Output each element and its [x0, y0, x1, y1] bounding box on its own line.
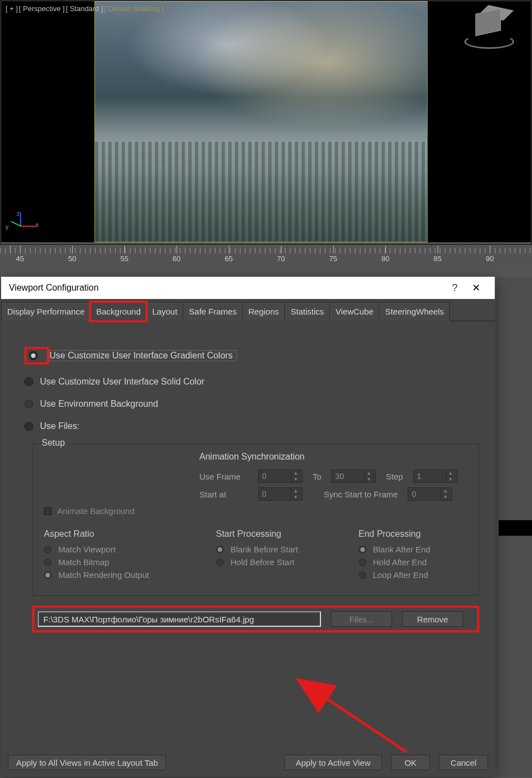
axis-z-label: z: [17, 210, 20, 217]
radio-environment-bg[interactable]: [24, 400, 33, 408]
svg-line-0: [323, 696, 406, 752]
ruler-mark: 70: [277, 255, 285, 263]
ok-button[interactable]: OK: [391, 755, 430, 770]
radio-hold-before[interactable]: [216, 558, 224, 566]
to-input[interactable]: [332, 472, 364, 481]
radio-gradient-colors[interactable]: [29, 351, 38, 360]
use-frame-input[interactable]: [259, 472, 291, 481]
blank-before-label: Blank Before Start: [230, 545, 298, 554]
blank-after-label: Blank After End: [373, 545, 430, 554]
start-at-input[interactable]: [259, 490, 291, 498]
sync-start-spinner[interactable]: ▲▼: [408, 487, 452, 501]
ruler-mark: 75: [329, 255, 337, 263]
radio-hold-after[interactable]: [359, 558, 367, 566]
spinner-down-icon[interactable]: ▼: [446, 476, 455, 482]
apply-all-views-button[interactable]: Apply to All Views in Active Layout Tab: [8, 755, 166, 770]
option-gradient-colors-label: Use Customize User Interface Gradient Co…: [49, 350, 237, 361]
ruler-mark: 50: [68, 255, 76, 263]
sync-start-input[interactable]: [408, 490, 440, 498]
radio-loop-after[interactable]: [359, 571, 367, 579]
step-input[interactable]: [414, 472, 446, 481]
tab-safe-frames[interactable]: Safe Frames: [183, 302, 243, 321]
axis-gizmo: z x y: [4, 212, 38, 240]
radio-solid-color[interactable]: [24, 377, 33, 386]
spinner-down-icon[interactable]: ▼: [441, 494, 449, 500]
match-render-label: Match Rendering Output: [58, 570, 149, 580]
step-label: Step: [386, 472, 403, 481]
step-spinner[interactable]: ▲▼: [413, 470, 458, 483]
spinner-down-icon[interactable]: ▼: [292, 476, 300, 482]
start-at-spinner[interactable]: ▲▼: [258, 487, 303, 501]
match-bitmap-label: Match Bitmap: [58, 557, 109, 567]
setup-group: Setup Animate Background Animation Synch…: [32, 443, 479, 596]
ruler-mark: 85: [434, 255, 441, 263]
sync-start-label: Sync Start to Frame: [324, 490, 398, 499]
option-solid-color-label: Use Customize User Interface Solid Color: [40, 377, 204, 387]
end-processing-title: End Processing: [359, 529, 468, 539]
to-label: To: [313, 472, 322, 481]
tab-steeringwheels[interactable]: SteeringWheels: [379, 302, 450, 321]
viewport-menu-shading[interactable]: [ Default Shading ]: [104, 4, 164, 13]
axis-x-label: x: [36, 221, 39, 228]
viewport-area: [ + ] [ Perspective ] [ Standard ] [ Def…: [0, 0, 532, 245]
use-frame-label: Use Frame: [199, 472, 248, 481]
use-frame-spinner[interactable]: ▲▼: [258, 470, 303, 483]
tab-regions[interactable]: Regions: [242, 302, 285, 321]
aspect-ratio-title: Aspect Ratio: [44, 529, 183, 539]
tab-viewcube[interactable]: ViewCube: [329, 302, 379, 321]
apply-active-view-button[interactable]: Apply to Active View: [284, 755, 383, 770]
spinner-up-icon[interactable]: ▲: [446, 470, 455, 476]
radio-match-bitmap[interactable]: [44, 558, 52, 566]
viewport-configuration-dialog: Viewport Configuration ? ✕ Display Perfo…: [1, 277, 495, 777]
cancel-button[interactable]: Cancel: [439, 755, 488, 770]
radio-match-viewport[interactable]: [44, 546, 52, 553]
start-processing-title: Start Processing: [216, 529, 325, 539]
highlight-file-row: F:\3DS MAX\Портфолио\Горы зимние\r2bORsI…: [32, 606, 479, 632]
match-viewport-label: Match Viewport: [58, 545, 116, 554]
highlight-gradient-radio: [24, 347, 49, 365]
setup-group-label: Setup: [38, 438, 68, 448]
spinner-up-icon[interactable]: ▲: [365, 470, 373, 476]
viewport-menu-plus[interactable]: [ + ]: [6, 4, 18, 13]
ruler-mark: 55: [121, 255, 128, 263]
radio-match-render[interactable]: [44, 571, 52, 579]
viewport-menu-view[interactable]: [ Perspective ]: [19, 4, 64, 13]
spinner-up-icon[interactable]: ▲: [441, 488, 449, 494]
files-button[interactable]: Files...: [331, 611, 392, 627]
viewport-menu-mode[interactable]: [ Standard ]: [66, 4, 103, 13]
hold-after-label: Hold After End: [373, 557, 427, 567]
help-button[interactable]: ?: [445, 282, 465, 294]
annotation-arrow: [312, 691, 434, 752]
ruler-mark: 60: [173, 255, 180, 263]
axis-y-label: y: [6, 223, 9, 230]
ruler-mark: 65: [225, 255, 233, 263]
to-spinner[interactable]: ▲▼: [332, 470, 376, 483]
viewcube-gizmo[interactable]: [464, 11, 514, 56]
ruler-mark: 90: [486, 255, 494, 263]
spinner-down-icon[interactable]: ▼: [292, 494, 300, 500]
spinner-up-icon[interactable]: ▲: [292, 488, 300, 494]
radio-blank-before[interactable]: [216, 546, 224, 553]
dialog-title: Viewport Configuration: [9, 283, 99, 293]
ruler-mark: 80: [382, 255, 389, 263]
file-path-input[interactable]: F:\3DS MAX\Портфолио\Горы зимние\r2bORsI…: [38, 611, 321, 627]
spinner-down-icon[interactable]: ▼: [365, 476, 373, 482]
tab-display-performance[interactable]: Display Performance: [1, 302, 91, 321]
checkbox-animate-background[interactable]: [44, 507, 52, 515]
viewport-background-image: [94, 1, 428, 242]
hold-before-label: Hold Before Start: [230, 557, 294, 567]
radio-use-files[interactable]: [24, 422, 33, 431]
loop-after-label: Loop After End: [373, 570, 428, 580]
remove-button[interactable]: Remove: [402, 611, 463, 627]
tab-statistics[interactable]: Statistics: [284, 302, 330, 321]
radio-blank-after[interactable]: [359, 546, 367, 553]
start-at-label: Start at: [199, 490, 248, 499]
tab-background[interactable]: Background: [90, 302, 147, 321]
spinner-up-icon[interactable]: ▲: [292, 470, 300, 476]
option-environment-bg-label: Use Environment Background: [40, 399, 158, 409]
tab-layout[interactable]: Layout: [146, 302, 183, 321]
close-button[interactable]: ✕: [465, 282, 487, 294]
option-use-files-label: Use Files:: [40, 421, 79, 431]
tab-bar: Display PerformanceBackgroundLayoutSafe …: [1, 299, 495, 321]
time-ruler[interactable]: 45505560657075808590: [0, 245, 532, 267]
